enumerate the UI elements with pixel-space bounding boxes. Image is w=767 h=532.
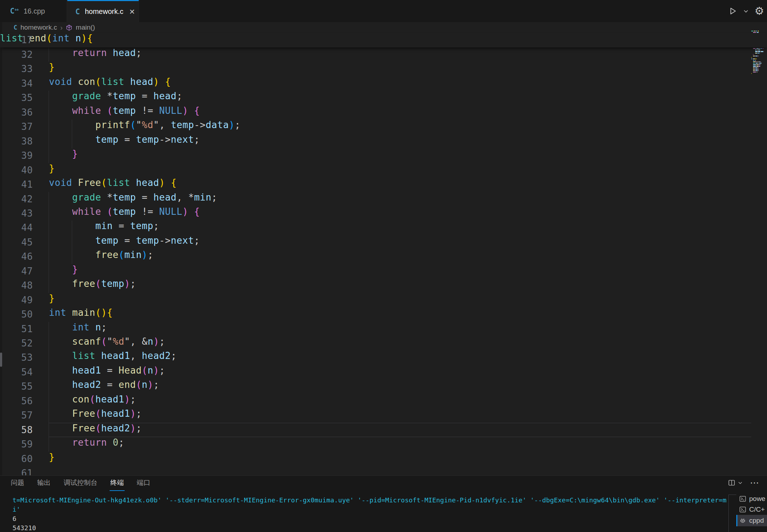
close-icon[interactable]: ✕ <box>129 7 135 16</box>
breadcrumb: C homework.c › main() <box>14 22 95 33</box>
terminal-sash <box>728 495 736 495</box>
terminal-instance-label: cppd <box>749 517 764 525</box>
cpp-file-icon: C++ <box>10 7 19 15</box>
terminal-line: i' <box>12 505 727 514</box>
debug-bug-icon <box>739 517 746 524</box>
left-scrollbar-thumb[interactable] <box>0 353 2 367</box>
play-icon <box>728 6 737 16</box>
symbol-method-icon <box>66 24 72 31</box>
panel-tabs: 问题 输出 调试控制台 终端 端口 <box>11 476 150 490</box>
code-line-38[interactable]: 38 temp = temp->next; <box>0 134 767 148</box>
line-number: 47 <box>0 264 33 278</box>
panel-tab-problems[interactable]: 问题 <box>11 476 24 490</box>
code-line-37[interactable]: 37 printf("%d", temp->data); <box>0 120 767 134</box>
bottom-panel: 问题 输出 调试控制台 终端 端口 ⋯ t=Microsoft-MIEngine… <box>0 475 767 532</box>
code-line-58[interactable]: 58 Free(head2); <box>0 423 767 437</box>
chevron-right-icon: › <box>60 24 63 32</box>
line-number: 32 <box>0 47 33 62</box>
tab-16cpp[interactable]: C++ 16.cpp <box>2 0 67 22</box>
code-line-40[interactable]: 40} <box>0 163 767 177</box>
terminal-output: t=Microsoft-MIEngine-Out-hkg41ezk.o0b' '… <box>12 496 727 532</box>
run-button[interactable] <box>728 6 737 16</box>
code-line-54[interactable]: 54 head1 = Head(n); <box>0 365 767 379</box>
line-number: 36 <box>0 105 33 120</box>
terminal-line: t=Microsoft-MIEngine-Out-hkg41ezk.o0b' '… <box>12 496 727 505</box>
terminal-sash[interactable] <box>728 495 729 532</box>
line-number: 40 <box>0 163 33 177</box>
breadcrumb-symbol[interactable]: main() <box>76 24 95 31</box>
panel-tab-debug-console[interactable]: 调试控制台 <box>64 476 97 490</box>
code-line-51[interactable]: 51 int n; <box>0 322 767 336</box>
code-line-49[interactable]: 49} <box>0 293 767 307</box>
terminal-instance-cppdbg[interactable]: cppd <box>736 515 767 526</box>
terminal-instance-powershell[interactable]: powe <box>736 493 767 504</box>
code-line-35[interactable]: 35 grade *temp = head; <box>0 91 767 105</box>
code-line-57[interactable]: 57 Free(head1); <box>0 408 767 422</box>
code-line-34[interactable]: 34void con(list head) { <box>0 76 767 91</box>
editor-left-gutter-strip <box>0 22 2 475</box>
c-file-icon: C <box>14 24 17 31</box>
line-number: 50 <box>0 307 33 321</box>
code-line-43[interactable]: 43 while (temp != NULL) { <box>0 206 767 221</box>
code-line-59[interactable]: 59 return 0; <box>0 437 767 451</box>
line-number: 51 <box>0 322 33 336</box>
terminal-line: 543210 <box>12 523 727 532</box>
tab-homework-c[interactable]: C homework.c ✕ <box>67 0 139 22</box>
panel-tab-ports[interactable]: 端口 <box>137 476 150 490</box>
chevron-down-icon <box>738 480 743 485</box>
line-number: 59 <box>0 437 33 451</box>
breadcrumb-file[interactable]: homework.c <box>20 24 57 31</box>
line-number: 60 <box>0 452 33 466</box>
code-line-60[interactable]: 60} <box>0 452 767 466</box>
line-number: 58 <box>0 423 33 437</box>
line-number: 52 <box>0 336 33 350</box>
powershell-terminal-icon <box>739 495 746 502</box>
more-actions-button[interactable]: ⋯ <box>750 481 759 485</box>
code-line-48[interactable]: 48 free(temp); <box>0 278 767 293</box>
terminal-line: 6 <box>12 514 727 523</box>
panel-tab-terminal[interactable]: 终端 <box>110 476 124 490</box>
panel-tab-output[interactable]: 输出 <box>37 476 51 490</box>
code-line-53[interactable]: 53 list head1, head2; <box>0 350 767 365</box>
line-number: 38 <box>0 134 33 148</box>
split-pane-icon <box>728 479 736 487</box>
code-line-46[interactable]: 46 free(min); <box>0 249 767 264</box>
editor-area[interactable]: C homework.c › main() 17list end(int n){… <box>0 22 767 475</box>
code-line-55[interactable]: 55 head2 = end(n); <box>0 379 767 394</box>
terminal-instance-label: powe <box>749 495 765 503</box>
line-number: 37 <box>0 120 33 134</box>
code-line-39[interactable]: 39 } <box>0 148 767 163</box>
line-number: 61 <box>0 466 33 475</box>
code-line-50[interactable]: 50int main(){ <box>0 307 767 321</box>
code-line-44[interactable]: 44 min = temp; <box>0 221 767 235</box>
settings-gear-icon[interactable]: ⚙ <box>755 6 764 16</box>
run-dropdown-chevron-icon[interactable] <box>743 8 749 14</box>
code-line-45[interactable]: 45 temp = temp->next; <box>0 235 767 249</box>
line-number: 46 <box>0 249 33 264</box>
line-number: 57 <box>0 408 33 422</box>
code-line-56[interactable]: 56 con(head1); <box>0 394 767 408</box>
line-number: 34 <box>0 76 33 91</box>
code-line-52[interactable]: 52 scanf("%d", &n); <box>0 336 767 350</box>
code-line-61[interactable]: 61 <box>0 466 767 475</box>
code-line-42[interactable]: 42 grade *temp = head, *min; <box>0 192 767 206</box>
line-number: 44 <box>0 221 33 235</box>
line-number: 35 <box>0 91 33 105</box>
code-line-32[interactable]: 32 return head; <box>0 47 767 62</box>
code-line-47[interactable]: 47 } <box>0 264 767 278</box>
current-line-highlight <box>49 423 751 437</box>
tab-label: homework.c <box>85 7 124 16</box>
editor-actions: ⚙ <box>728 0 764 22</box>
line-number: 56 <box>0 394 33 408</box>
split-terminal-button[interactable] <box>728 479 743 487</box>
tab-bar: C++ 16.cpp C homework.c ✕ ⚙ <box>0 0 767 22</box>
line-number: 48 <box>0 278 33 293</box>
code-line-41[interactable]: 41void Free(list head) { <box>0 177 767 192</box>
line-number: 42 <box>0 192 33 206</box>
terminal-instance-cpp[interactable]: C/C+ <box>736 504 767 515</box>
code-line-36[interactable]: 36 while (temp != NULL) { <box>0 105 767 120</box>
line-number: 33 <box>0 62 33 76</box>
sticky-scroll-line[interactable]: 17list end(int n){ <box>0 33 767 47</box>
code-line-33[interactable]: 33} <box>0 62 767 76</box>
line-number: 43 <box>0 206 33 221</box>
